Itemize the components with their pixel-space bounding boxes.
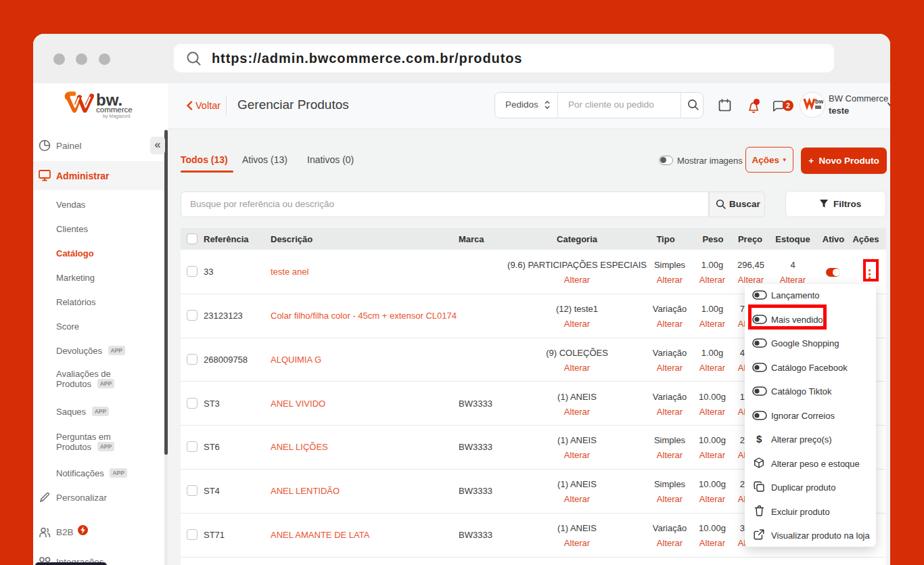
- svg-text:bw: bw: [815, 98, 823, 105]
- svg-text:by Magazord: by Magazord: [103, 114, 131, 119]
- svg-text:commerce: commerce: [96, 106, 133, 114]
